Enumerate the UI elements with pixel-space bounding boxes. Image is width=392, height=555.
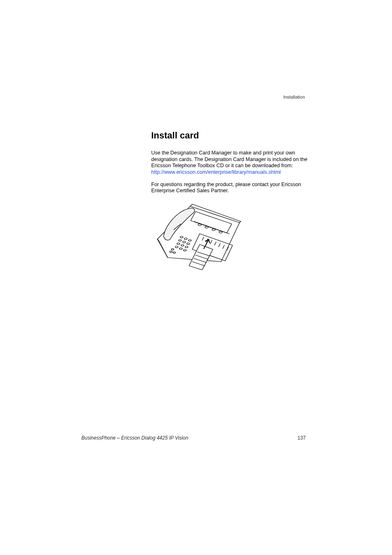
footer: BusinessPhone – Ericsson Dialog 4425 IP …: [81, 435, 306, 441]
svg-point-17: [170, 251, 172, 253]
svg-point-7: [179, 240, 182, 241]
svg-line-19: [202, 237, 204, 240]
header-section-label: Installation: [283, 94, 305, 99]
svg-point-2: [212, 229, 215, 230]
footer-title: BusinessPhone – Ericsson Dialog 4425 IP …: [81, 435, 188, 441]
svg-point-13: [175, 246, 178, 248]
svg-point-3: [219, 231, 222, 233]
svg-point-12: [185, 246, 188, 248]
svg-line-24: [223, 245, 224, 249]
svg-point-6: [189, 240, 191, 241]
svg-point-15: [184, 249, 187, 251]
svg-point-14: [180, 248, 182, 249]
svg-point-18: [173, 252, 175, 253]
paragraph-1-text: Use the Designation Card Manager to make…: [151, 150, 307, 168]
svg-point-4: [180, 236, 183, 238]
content-block: Install card Use the Designation Card Ma…: [151, 130, 307, 272]
svg-line-21: [210, 240, 212, 244]
footer-page-number: 137: [297, 435, 306, 441]
svg-line-22: [214, 242, 216, 245]
phone-icon: [151, 200, 246, 270]
section-heading: Install card: [151, 130, 307, 141]
svg-point-8: [183, 241, 186, 243]
download-link[interactable]: http://www.ericsson.com/enterprise/libra…: [151, 169, 281, 175]
paragraph-1: Use the Designation Card Manager to make…: [151, 150, 307, 176]
phone-illustration: [151, 200, 307, 272]
svg-point-10: [177, 243, 180, 244]
svg-point-1: [205, 226, 208, 228]
paragraph-2: For questions regarding the product, ple…: [151, 182, 307, 194]
svg-point-9: [187, 243, 190, 244]
svg-point-0: [198, 224, 201, 226]
svg-point-16: [171, 249, 174, 250]
page: Installation Install card Use the Design…: [0, 0, 392, 555]
svg-point-11: [181, 244, 184, 246]
svg-line-23: [219, 244, 220, 247]
svg-point-5: [184, 238, 187, 240]
